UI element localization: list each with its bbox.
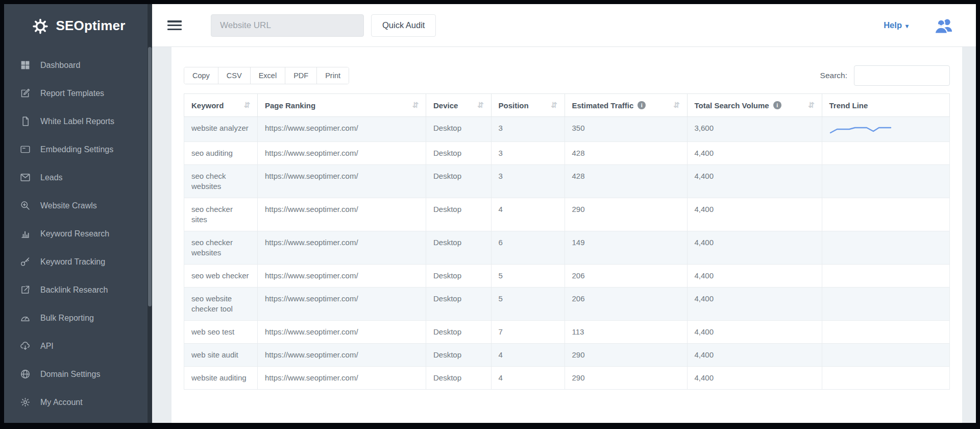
cell-device: Desktop: [426, 142, 492, 165]
cell-device: Desktop: [426, 367, 492, 390]
column-header-position[interactable]: Position⇵: [491, 94, 565, 117]
sort-icon: ⇵: [477, 101, 484, 110]
cell-keyword: website analyzer: [184, 117, 258, 142]
cell-trend: [822, 198, 950, 231]
cell-trend: [822, 321, 950, 344]
sidebar-item-keyword-research[interactable]: Keyword Research: [4, 220, 152, 248]
cell-estimated-traffic: 149: [565, 231, 687, 265]
account-users-icon[interactable]: [933, 16, 954, 35]
export-button-excel[interactable]: Excel: [251, 67, 285, 84]
globe-icon: [19, 369, 31, 379]
sidebar-item-my-account[interactable]: My Account: [4, 388, 152, 416]
export-button-copy[interactable]: Copy: [184, 67, 218, 84]
card-icon: [19, 144, 31, 155]
cell-device: Desktop: [426, 117, 492, 142]
cell-position: 7: [491, 321, 565, 344]
sidebar-item-leads[interactable]: Leads: [4, 163, 152, 192]
quick-audit-button[interactable]: Quick Audit: [371, 14, 436, 37]
column-label: Total Search Volume: [695, 101, 769, 110]
cell-device: Desktop: [426, 321, 492, 344]
cell-page-ranking: https://www.seoptimer.com/: [258, 198, 426, 231]
cell-total-search-volume: 4,400: [687, 344, 822, 367]
gauge-icon: [19, 313, 31, 323]
table-row: seo check websiteshttps://www.seoptimer.…: [184, 165, 950, 198]
cell-keyword: seo web checker: [184, 265, 258, 288]
cell-trend: [822, 165, 950, 198]
hamburger-menu-icon[interactable]: [167, 20, 182, 30]
table-row: seo checker websiteshttps://www.seoptime…: [184, 231, 950, 265]
sidebar-item-label: My Account: [40, 398, 83, 407]
sort-icon: ⇵: [808, 101, 815, 110]
cell-device: Desktop: [426, 231, 492, 265]
cell-keyword: seo checker websites: [184, 231, 258, 265]
cell-estimated-traffic: 350: [565, 117, 687, 142]
edit-square-icon: [19, 88, 31, 99]
external-link-icon: [19, 284, 31, 295]
sidebar-item-domain-settings[interactable]: Domain Settings: [4, 360, 152, 388]
help-dropdown[interactable]: Help ▾: [884, 20, 909, 30]
table-search-input[interactable]: [854, 65, 950, 86]
cell-trend: [822, 344, 950, 367]
cell-keyword: seo checker sites: [184, 198, 258, 231]
sidebar-item-label: White Label Reports: [40, 117, 114, 126]
table-row: web seo testhttps://www.seoptimer.com/De…: [184, 321, 950, 344]
cell-page-ranking: https://www.seoptimer.com/: [258, 288, 426, 321]
sidebar-item-report-templates[interactable]: Report Templates: [4, 79, 152, 107]
seoptimer-logo[interactable]: SEOptimer: [4, 4, 152, 47]
cell-page-ranking: https://www.seoptimer.com/: [258, 231, 426, 265]
sidebar-item-label: API: [40, 342, 54, 351]
sidebar-item-embedding-settings[interactable]: Embedding Settings: [4, 135, 152, 163]
cell-keyword: web site audit: [184, 344, 258, 367]
sidebar-item-label: Report Templates: [40, 89, 104, 98]
sidebar-scrollbar-thumb[interactable]: [148, 47, 152, 306]
sidebar-item-label: Website Crawls: [40, 201, 97, 210]
cell-total-search-volume: 4,400: [687, 165, 822, 198]
info-icon[interactable]: i: [638, 101, 646, 109]
table-row: seo website checker toolhttps://www.seop…: [184, 288, 950, 321]
website-url-input[interactable]: [211, 14, 364, 37]
sidebar-item-bulk-reporting[interactable]: Bulk Reporting: [4, 304, 152, 332]
sidebar-item-api[interactable]: API: [4, 332, 152, 360]
cell-trend: [822, 117, 950, 142]
table-toolbar: CopyCSVExcelPDFPrint Search:: [184, 65, 950, 86]
column-header-total-search-volume[interactable]: Total Search Volumei⇵: [687, 94, 822, 117]
keyword-table: Keyword⇵Page Ranking⇵Device⇵Position⇵Est…: [184, 93, 950, 390]
cell-estimated-traffic: 290: [565, 198, 687, 231]
cell-device: Desktop: [426, 165, 492, 198]
cell-trend: [822, 265, 950, 288]
column-header-estimated-traffic[interactable]: Estimated Traffici⇵: [565, 94, 687, 117]
table-header-row: Keyword⇵Page Ranking⇵Device⇵Position⇵Est…: [184, 94, 950, 117]
gear-icon: [19, 397, 31, 408]
table-row: website analyzerhttps://www.seoptimer.co…: [184, 117, 950, 142]
sidebar-item-backlink-research[interactable]: Backlink Research: [4, 276, 152, 304]
app-window: SEOptimer DashboardReport TemplatesWhite…: [4, 4, 976, 423]
cell-estimated-traffic: 206: [565, 265, 687, 288]
cell-trend: [822, 288, 950, 321]
sidebar-item-keyword-tracking[interactable]: Keyword Tracking: [4, 248, 152, 276]
cell-device: Desktop: [426, 344, 492, 367]
sidebar-item-dashboard[interactable]: Dashboard: [4, 51, 152, 79]
column-header-device[interactable]: Device⇵: [426, 94, 492, 117]
cell-total-search-volume: 4,400: [687, 231, 822, 265]
export-button-print[interactable]: Print: [317, 67, 349, 84]
export-button-pdf[interactable]: PDF: [285, 67, 317, 84]
sidebar-item-website-crawls[interactable]: Website Crawls: [4, 192, 152, 220]
cell-trend: [822, 231, 950, 265]
sidebar-nav: DashboardReport TemplatesWhite Label Rep…: [4, 47, 152, 416]
cell-device: Desktop: [426, 288, 492, 321]
sort-icon: ⇵: [551, 101, 557, 110]
cell-trend: [822, 367, 950, 390]
info-icon[interactable]: i: [773, 101, 781, 109]
logo-text: SEOptimer: [56, 18, 125, 34]
column-header-keyword[interactable]: Keyword⇵: [184, 94, 258, 117]
column-label: Position: [499, 101, 529, 110]
sidebar-item-white-label-reports[interactable]: White Label Reports: [4, 107, 152, 135]
cell-position: 6: [491, 231, 565, 265]
cell-device: Desktop: [426, 265, 492, 288]
cell-page-ranking: https://www.seoptimer.com/: [258, 117, 426, 142]
export-button-group: CopyCSVExcelPDFPrint: [184, 67, 349, 84]
column-header-page-ranking[interactable]: Page Ranking⇵: [258, 94, 426, 117]
cell-total-search-volume: 4,400: [687, 367, 822, 390]
export-button-csv[interactable]: CSV: [218, 67, 251, 84]
table-row: seo auditinghttps://www.seoptimer.com/De…: [184, 142, 950, 165]
